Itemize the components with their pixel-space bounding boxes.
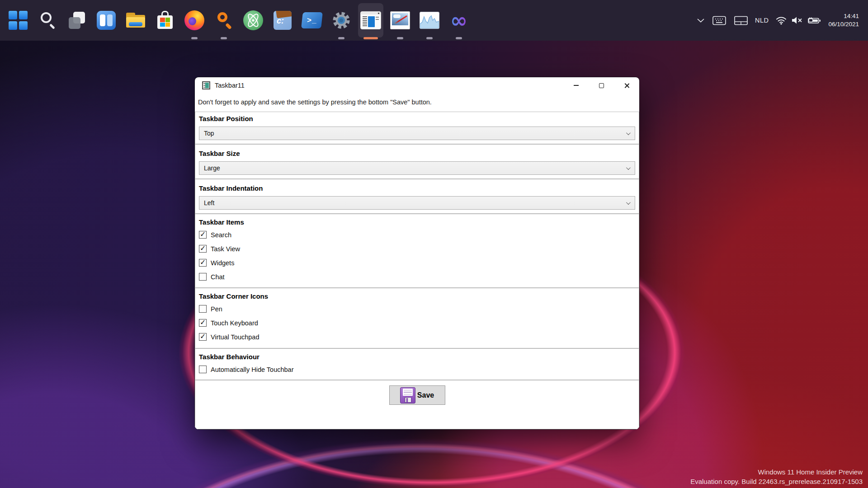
checkbox: ✓ [199,366,207,373]
group-taskbar-indentation: Taskbar Indentation Left [195,179,639,214]
widgets-icon [97,11,116,30]
language-indicator[interactable]: NLD [755,17,769,24]
taskbar-app-settings[interactable] [329,3,354,38]
desktop-wallpaper: c: >_ [0,0,868,488]
group-label: Taskbar Position [199,112,635,122]
chocolatey-icon: c: [274,11,292,30]
firefox-icon [184,10,204,30]
close-button[interactable] [614,77,639,94]
info-text: Don't forget to apply and save the setti… [198,99,432,106]
windows-start-icon [9,11,28,30]
group-taskbar-behaviour: Taskbar Behaviour ✓ Automatically Hide T… [195,348,639,380]
checkbox: ✓ [199,231,207,239]
checkbox-pen[interactable]: ✓ Pen [199,302,635,316]
volume-muted-icon[interactable] [791,16,803,24]
floppy-disk-icon [400,387,415,404]
evaluation-watermark: Windows 11 Home Insider Preview Evaluati… [690,467,863,486]
dropdown-value: Top [204,130,626,137]
tray-date: 06/10/2021 [828,20,859,28]
taskbar-app-chocolatey[interactable]: c: [270,3,295,38]
group-save: Save [195,380,639,429]
checkbox-chat[interactable]: ✓ Chat [199,270,635,284]
taskbar-app-paint[interactable] [387,3,413,38]
group-label: Taskbar Items [199,214,635,226]
taskbar-app-visual-studio[interactable]: ∞ [446,3,472,38]
tray-time: 14:41 [828,12,859,20]
taskbar11-window: Taskbar11 Don't forget to apply and save… [195,77,639,429]
dropdown-value: Left [204,199,626,206]
chevron-down-icon [626,131,631,135]
touch-keyboard-icon[interactable] [712,16,726,25]
maximize-button[interactable] [589,77,614,94]
chevron-down-icon [626,165,631,170]
chevron-down-icon [626,200,631,205]
watermark-line1: Windows 11 Home Insider Preview [690,467,863,477]
taskbar-app-everything-search[interactable] [211,3,236,38]
titlebar[interactable]: Taskbar11 [195,77,639,94]
group-label: Taskbar Behaviour [199,349,635,361]
minimize-button[interactable] [563,77,589,94]
system-tray: NLD [697,0,868,41]
window-title: Taskbar11 [215,82,245,89]
group-label: Taskbar Corner Icons [199,288,635,300]
window-controls [563,77,639,94]
gear-icon [332,11,351,30]
microsoft-store-icon [156,10,175,30]
wifi-icon[interactable] [776,16,787,25]
taskbar-app-firefox[interactable] [182,3,207,38]
taskbar-app-task-view[interactable] [64,3,90,38]
save-button[interactable]: Save [389,385,445,405]
taskbar-app-taskbar11[interactable] [358,3,383,38]
taskbar: c: >_ [0,0,868,41]
battery-charging-icon[interactable] [807,16,821,24]
settings-groups: Taskbar Position Top Taskbar Size Large … [195,112,639,429]
task-view-icon [67,11,86,30]
taskbar-size-dropdown[interactable]: Large [199,161,635,175]
group-taskbar-size: Taskbar Size Large [195,144,639,179]
virtual-touchpad-icon[interactable] [734,16,748,25]
taskbar-app-performance-monitor[interactable] [417,3,442,38]
group-taskbar-position: Taskbar Position Top [195,112,639,144]
orange-magnifier-icon [214,10,234,30]
taskbar-app-start[interactable] [5,3,31,38]
taskbar-app-search[interactable] [35,3,60,38]
checkbox-widgets[interactable]: ✓ Widgets [199,256,635,270]
checkbox: ✓ [199,245,207,253]
taskbar-app-file-explorer[interactable] [123,3,148,38]
checkbox-automatically-hide-touchbar[interactable]: ✓ Automatically Hide Touchbar [199,362,635,376]
group-taskbar-corner-icons: Taskbar Corner Icons ✓ Pen ✓ Touch Keybo… [195,288,639,348]
checkbox-touch-keyboard[interactable]: ✓ Touch Keyboard [199,316,635,330]
performance-graph-icon [420,12,439,29]
atom-icon [243,10,263,30]
checkbox: ✓ [199,259,207,267]
taskbar-app-atom[interactable] [241,3,266,38]
tray-chevron-icon[interactable] [697,19,704,23]
checkbox: ✓ [199,305,207,313]
taskbar-position-dropdown[interactable]: Top [199,127,635,140]
checkbox: ✓ [199,333,207,341]
dropdown-value: Large [204,164,626,172]
file-explorer-icon [125,11,146,30]
taskbar11-app-icon [360,11,381,29]
group-label: Taskbar Size [199,145,635,157]
checkbox: ✓ [199,273,207,281]
checkbox-task-view[interactable]: ✓ Task View [199,242,635,256]
taskbar-app-powershell[interactable]: >_ [299,3,325,38]
group-label: Taskbar Indentation [199,179,635,192]
clock[interactable]: 14:41 06/10/2021 [828,12,859,28]
checkbox-virtual-touchpad[interactable]: ✓ Virtual Touchpad [199,330,635,344]
save-button-label: Save [417,391,434,399]
watermark-line2: Evaluation copy. Build 22463.rs_prerelea… [690,477,863,486]
taskbar-app-widgets[interactable] [94,3,119,38]
window-app-icon [202,81,210,89]
visual-studio-infinity-icon: ∞ [450,11,467,29]
taskbar-indentation-dropdown[interactable]: Left [199,196,635,210]
search-icon [38,11,57,30]
powershell-icon: >_ [301,12,323,28]
checkbox-search[interactable]: ✓ Search [199,228,635,242]
image-editor-icon [390,11,410,29]
checkbox: ✓ [199,319,207,327]
taskbar-app-microsoft-store[interactable] [152,3,178,38]
group-taskbar-items: Taskbar Items ✓ Search ✓ Task View ✓ Wid… [195,214,639,288]
taskbar-app-list: c: >_ [0,0,472,41]
